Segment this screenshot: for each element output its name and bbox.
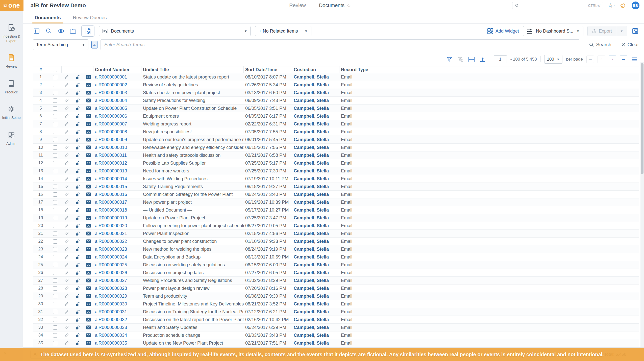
folders-button[interactable] — [69, 27, 77, 35]
control-number-link[interactable]: aiR0000000020 — [93, 223, 141, 228]
lock-status-button[interactable] — [75, 98, 80, 103]
edit-row-button[interactable] — [64, 333, 69, 338]
row-checkbox[interactable] — [53, 91, 57, 95]
sidebar-item-ingestion-export[interactable]: Ingestion & Export — [0, 23, 23, 43]
filter-toggle-button[interactable] — [445, 56, 453, 63]
lock-status-button[interactable] — [75, 263, 80, 267]
row-checkbox[interactable] — [53, 318, 57, 322]
control-number-link[interactable]: aiR0000000007 — [93, 121, 141, 127]
lock-status-button[interactable] — [75, 216, 80, 220]
table-row[interactable]: 33 aiR0000000033 Health and Safety Updat… — [33, 324, 639, 331]
fit-row-height-button[interactable] — [479, 56, 486, 63]
row-checkbox[interactable] — [53, 130, 57, 134]
edit-row-button[interactable] — [64, 317, 69, 322]
control-number-link[interactable]: aiR0000000013 — [93, 168, 141, 174]
table-row[interactable]: 25 aiR0000000025 Discussion on welding s… — [33, 261, 639, 269]
lock-status-button[interactable] — [75, 200, 80, 205]
related-items-dropdown[interactable]: + No Related Items ▼ — [255, 26, 311, 36]
table-row[interactable]: 35 aiR0000000035 Update on the New Power… — [33, 339, 639, 347]
lock-status-button[interactable] — [75, 75, 80, 80]
lock-status-button[interactable] — [75, 286, 80, 291]
next-page-button[interactable]: › — [609, 56, 616, 63]
row-checkbox[interactable] — [53, 333, 57, 338]
email-document-button[interactable] — [86, 122, 91, 126]
lock-status-button[interactable] — [75, 247, 80, 252]
search-mode-dropdown[interactable]: Term Searching ▼ — [33, 39, 88, 50]
control-number-link[interactable]: aiR0000000012 — [93, 161, 141, 166]
table-row[interactable]: 14 aiR0000000014 Issues with Welding Pro… — [33, 175, 639, 183]
email-document-button[interactable] — [86, 263, 91, 267]
edit-row-button[interactable] — [64, 325, 69, 330]
edit-row-button[interactable] — [64, 208, 69, 212]
row-checkbox[interactable] — [53, 208, 57, 212]
column-header-unified-title[interactable]: Unified Title — [141, 66, 244, 73]
lock-status-button[interactable] — [75, 294, 80, 299]
edit-row-button[interactable] — [64, 98, 69, 103]
edit-row-button[interactable] — [64, 169, 69, 173]
edit-row-button[interactable] — [64, 263, 69, 267]
email-document-button[interactable] — [86, 325, 91, 329]
row-checkbox[interactable] — [53, 98, 57, 103]
edit-row-button[interactable] — [64, 310, 69, 314]
email-document-button[interactable] — [86, 271, 91, 275]
lock-status-button[interactable] — [75, 130, 80, 134]
edit-row-button[interactable] — [64, 122, 69, 126]
nav-review-link[interactable]: Review — [289, 3, 306, 8]
lock-status-button[interactable] — [75, 114, 80, 119]
email-document-button[interactable] — [86, 318, 91, 322]
edit-row-button[interactable] — [64, 114, 69, 118]
table-row[interactable]: 5 aiR0000000005 Update on Power Plant Co… — [33, 105, 639, 112]
control-number-link[interactable]: aiR0000000016 — [93, 192, 141, 197]
sidebar-item-admin[interactable]: Admin — [0, 130, 23, 146]
edit-row-button[interactable] — [64, 216, 69, 220]
lock-status-button[interactable] — [75, 145, 80, 150]
control-number-link[interactable]: aiR0000000008 — [93, 129, 141, 135]
row-checkbox[interactable] — [53, 114, 57, 118]
email-document-button[interactable] — [86, 153, 91, 157]
control-number-link[interactable]: aiR0000000005 — [93, 106, 141, 111]
edit-row-button[interactable] — [64, 270, 69, 275]
row-checkbox[interactable] — [53, 122, 57, 126]
edit-row-button[interactable] — [64, 145, 69, 150]
table-row[interactable]: 23 aiR0000000023 New method for welding … — [33, 245, 639, 253]
table-row[interactable]: 29 aiR0000000029 Team and productivity 0… — [33, 292, 639, 300]
tab-review-queues[interactable]: Review Queues — [72, 15, 108, 23]
edit-row-button[interactable] — [64, 223, 69, 228]
relativity-one-logo[interactable]: ⧉one — [0, 0, 23, 11]
lock-status-button[interactable] — [75, 278, 80, 283]
first-page-button[interactable]: ⇤ — [586, 56, 594, 63]
control-number-link[interactable]: aiR0000000028 — [93, 286, 141, 291]
table-row[interactable]: 24 aiR0000000024 Data Encryption and Bac… — [33, 253, 639, 261]
control-number-link[interactable]: aiR0000000006 — [93, 114, 141, 119]
control-number-link[interactable]: aiR0000000032 — [93, 317, 141, 322]
search-browser-button[interactable] — [45, 27, 53, 35]
vertical-scrollbar-track[interactable] — [640, 62, 644, 361]
lock-status-button[interactable] — [75, 325, 80, 330]
control-number-link[interactable]: aiR0000000022 — [93, 239, 141, 244]
previous-page-button[interactable]: ‹ — [598, 56, 605, 63]
select-all-checkbox[interactable] — [53, 68, 57, 72]
lock-status-button[interactable] — [75, 153, 80, 158]
control-number-link[interactable]: aiR0000000031 — [93, 309, 141, 315]
table-row[interactable]: 19 aiR0000000019 Update on Power Plant P… — [33, 214, 639, 222]
control-number-link[interactable]: aiR0000000026 — [93, 270, 141, 275]
control-number-link[interactable]: aiR0000000029 — [93, 294, 141, 299]
control-number-link[interactable]: aiR0000000034 — [93, 333, 141, 338]
edit-row-button[interactable] — [64, 278, 69, 283]
lock-status-button[interactable] — [75, 106, 80, 111]
edit-row-button[interactable] — [64, 192, 69, 197]
table-row[interactable]: 26 aiR0000000026 Discussion on project u… — [33, 269, 639, 277]
view-selector-dropdown[interactable]: Documents ▼ — [99, 26, 251, 36]
lock-status-button[interactable] — [75, 90, 80, 95]
table-row[interactable]: 9 aiR0000000009 Update on our team's pro… — [33, 136, 639, 144]
table-row[interactable]: 22 aiR0000000022 Changes to power plant … — [33, 238, 639, 245]
edit-row-button[interactable] — [64, 83, 69, 87]
edit-row-button[interactable] — [64, 75, 69, 79]
table-row[interactable]: 10 aiR0000000010 Renewable energy and en… — [33, 144, 639, 151]
email-document-button[interactable] — [86, 239, 91, 243]
edit-row-button[interactable] — [64, 294, 69, 298]
edit-row-button[interactable] — [64, 286, 69, 291]
edit-row-button[interactable] — [64, 231, 69, 236]
edit-row-button[interactable] — [64, 106, 69, 111]
edit-row-button[interactable] — [64, 255, 69, 259]
